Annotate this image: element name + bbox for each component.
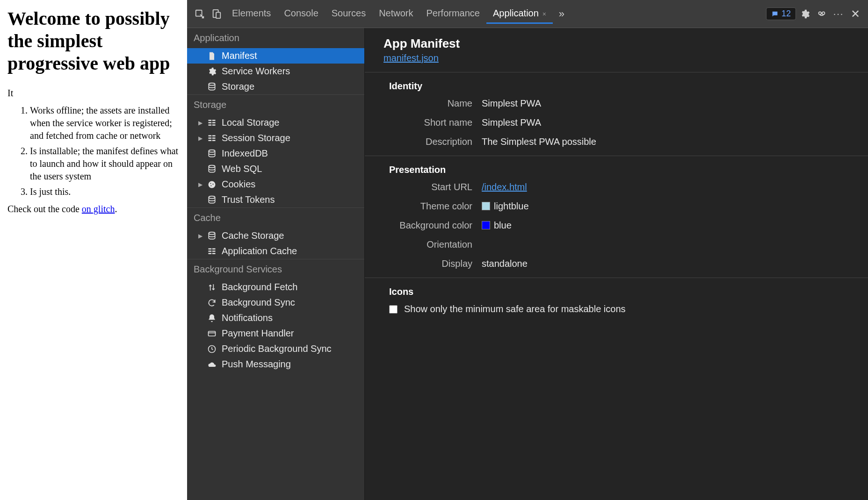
bell-icon bbox=[207, 313, 217, 323]
cloud-icon bbox=[207, 359, 217, 370]
sidebar-item-cache-storage[interactable]: ▶Cache Storage bbox=[187, 228, 364, 243]
page-viewport: Welcome to possibly the simplest progres… bbox=[0, 0, 187, 500]
tab-elements[interactable]: Elements bbox=[225, 4, 277, 24]
svg-rect-7 bbox=[212, 120, 216, 121]
application-sidebar: Application▶Manifest▶Service Workers▶Sto… bbox=[187, 28, 365, 500]
svg-rect-6 bbox=[209, 120, 212, 121]
svg-rect-15 bbox=[212, 137, 216, 139]
sidebar-item-label: Payment Handler bbox=[222, 328, 294, 339]
sidebar-item-periodic-background-sync[interactable]: ▶Periodic Background Sync bbox=[187, 341, 364, 357]
sidebar-item-service-workers[interactable]: ▶Service Workers bbox=[187, 64, 364, 79]
presentation-key: Start URL bbox=[383, 182, 482, 193]
svg-rect-29 bbox=[212, 250, 216, 252]
sidebar-item-background-sync[interactable]: ▶Background Sync bbox=[187, 295, 364, 310]
gear-icon bbox=[207, 66, 217, 77]
experiments-icon[interactable] bbox=[814, 9, 830, 19]
expand-icon[interactable]: ▶ bbox=[198, 233, 203, 239]
sidebar-item-label: Background Sync bbox=[222, 297, 295, 308]
grid-icon bbox=[207, 133, 217, 143]
svg-rect-10 bbox=[209, 124, 212, 126]
identity-key: Name bbox=[383, 98, 482, 109]
device-icon[interactable] bbox=[209, 9, 224, 19]
identity-key: Description bbox=[383, 136, 482, 147]
sidebar-item-label: Manifest bbox=[222, 50, 257, 61]
overflow-tabs-icon[interactable]: » bbox=[554, 8, 570, 20]
presentation-key: Background color bbox=[383, 220, 482, 231]
glitch-link[interactable]: on glitch bbox=[82, 204, 115, 214]
sidebar-item-web-sql[interactable]: ▶Web SQL bbox=[187, 161, 364, 177]
expand-icon[interactable]: ▶ bbox=[198, 120, 203, 126]
presentation-row: Theme colorlightblue bbox=[383, 201, 849, 212]
sidebar-section-storage: Storage bbox=[187, 94, 364, 115]
manifest-file-link[interactable]: manifest.json bbox=[383, 53, 439, 63]
svg-rect-31 bbox=[212, 253, 216, 254]
sidebar-section-application: Application bbox=[187, 28, 364, 48]
sidebar-item-label: IndexedDB bbox=[222, 148, 268, 159]
sidebar-item-local-storage[interactable]: ▶Local Storage bbox=[187, 115, 364, 130]
svg-rect-16 bbox=[209, 140, 212, 141]
page-list-item: Works offline; the assets are installed … bbox=[30, 104, 180, 142]
expand-icon[interactable]: ▶ bbox=[198, 135, 203, 142]
tab-network[interactable]: Network bbox=[372, 4, 420, 24]
db-icon bbox=[207, 82, 217, 92]
tab-performance[interactable]: Performance bbox=[420, 4, 487, 24]
presentation-key: Theme color bbox=[383, 201, 482, 212]
close-devtools-icon[interactable]: ✕ bbox=[847, 7, 863, 21]
sidebar-item-label: Cache Storage bbox=[222, 230, 284, 241]
sidebar-item-cookies[interactable]: ▶Cookies bbox=[187, 177, 364, 192]
sidebar-item-indexeddb[interactable]: ▶IndexedDB bbox=[187, 146, 364, 161]
sidebar-item-session-storage[interactable]: ▶Session Storage bbox=[187, 130, 364, 146]
inspect-icon[interactable] bbox=[192, 9, 208, 19]
identity-value: The Simplest PWA possible bbox=[482, 136, 596, 147]
tab-application[interactable]: Application × bbox=[486, 4, 553, 24]
icons-section-title: Icons bbox=[389, 286, 849, 297]
cookie-icon bbox=[207, 179, 217, 190]
tab-sources[interactable]: Sources bbox=[325, 4, 372, 24]
maskable-label: Show only the minimum safe area for mask… bbox=[404, 304, 626, 314]
grid-icon bbox=[207, 246, 217, 257]
svg-point-3 bbox=[819, 12, 822, 14]
devtools-tabbar: ElementsConsoleSourcesNetworkPerformance… bbox=[187, 0, 868, 28]
sidebar-item-notifications[interactable]: ▶Notifications bbox=[187, 310, 364, 326]
svg-rect-17 bbox=[212, 140, 216, 141]
start-url-link[interactable]: /index.html bbox=[482, 182, 527, 192]
sidebar-item-trust-tokens[interactable]: ▶Trust Tokens bbox=[187, 192, 364, 207]
presentation-section-title: Presentation bbox=[389, 164, 849, 175]
sidebar-item-label: Push Messaging bbox=[222, 359, 291, 370]
presentation-row: Background colorblue bbox=[383, 220, 849, 231]
sidebar-item-application-cache[interactable]: ▶Application Cache bbox=[187, 243, 364, 259]
db-icon bbox=[207, 164, 217, 174]
svg-rect-12 bbox=[209, 135, 212, 136]
kebab-icon[interactable]: ··· bbox=[831, 8, 846, 19]
presentation-value: lightblue bbox=[482, 201, 529, 212]
close-tab-icon[interactable]: × bbox=[541, 10, 546, 18]
page-list-item: Is just this. bbox=[30, 186, 180, 198]
svg-rect-11 bbox=[212, 124, 216, 126]
file-icon bbox=[207, 51, 217, 61]
issues-badge[interactable]: 12 bbox=[766, 7, 796, 20]
sidebar-item-payment-handler[interactable]: ▶Payment Handler bbox=[187, 326, 364, 341]
svg-point-23 bbox=[210, 185, 211, 186]
presentation-value: blue bbox=[482, 220, 512, 231]
sidebar-item-push-messaging[interactable]: ▶Push Messaging bbox=[187, 357, 364, 372]
sidebar-item-background-fetch[interactable]: ▶Background Fetch bbox=[187, 279, 364, 295]
svg-rect-14 bbox=[209, 137, 212, 139]
expand-icon[interactable]: ▶ bbox=[198, 181, 203, 188]
page-list-item: Is installable; the manifest defines wha… bbox=[30, 145, 180, 183]
svg-rect-30 bbox=[209, 253, 212, 254]
svg-rect-8 bbox=[209, 122, 212, 123]
updown-icon bbox=[207, 282, 217, 293]
svg-point-5 bbox=[209, 83, 215, 85]
maskable-checkbox[interactable] bbox=[389, 305, 398, 314]
settings-icon[interactable] bbox=[797, 9, 813, 19]
svg-point-18 bbox=[209, 150, 215, 152]
svg-rect-9 bbox=[212, 122, 216, 123]
sidebar-item-storage[interactable]: ▶Storage bbox=[187, 79, 364, 94]
svg-point-21 bbox=[210, 183, 211, 184]
svg-point-19 bbox=[209, 165, 215, 167]
sidebar-item-label: Background Fetch bbox=[222, 282, 297, 293]
sidebar-item-manifest[interactable]: ▶Manifest bbox=[187, 48, 364, 64]
tab-console[interactable]: Console bbox=[277, 4, 325, 24]
svg-rect-32 bbox=[209, 331, 216, 336]
svg-point-24 bbox=[209, 196, 215, 198]
